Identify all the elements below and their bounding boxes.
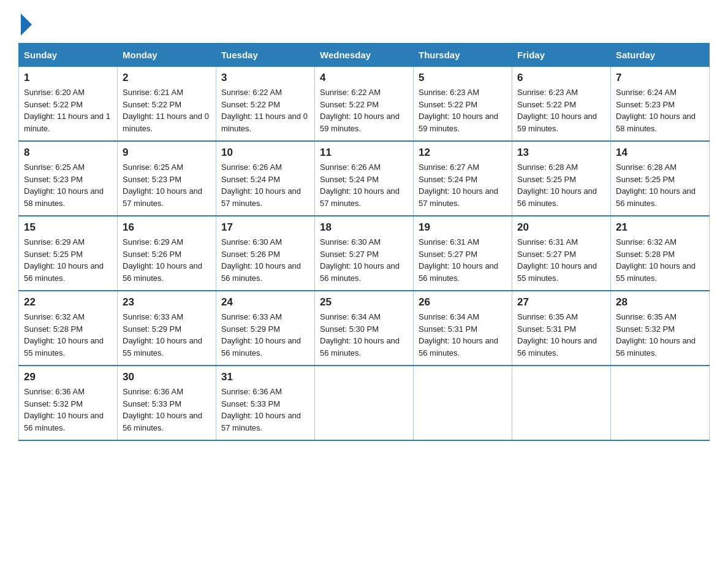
day-number: 18 (320, 221, 408, 234)
day-number: 2 (123, 72, 211, 84)
calendar-cell (414, 366, 512, 440)
day-info: Sunrise: 6:32 AMSunset: 5:28 PMDaylight:… (616, 236, 704, 284)
day-info: Sunrise: 6:33 AMSunset: 5:29 PMDaylight:… (221, 311, 309, 359)
calendar-cell: 5Sunrise: 6:23 AMSunset: 5:22 PMDaylight… (414, 67, 512, 142)
header-friday: Friday (512, 44, 611, 67)
calendar-cell: 6Sunrise: 6:23 AMSunset: 5:22 PMDaylight… (512, 67, 611, 142)
header-sunday: Sunday (19, 44, 118, 67)
day-info: Sunrise: 6:24 AMSunset: 5:23 PMDaylight:… (616, 86, 704, 134)
day-number: 28 (616, 296, 704, 308)
day-number: 23 (123, 296, 211, 308)
calendar-cell: 16Sunrise: 6:29 AMSunset: 5:26 PMDayligh… (118, 216, 216, 291)
calendar-table: SundayMondayTuesdayWednesdayThursdayFrid… (18, 43, 710, 441)
day-info: Sunrise: 6:29 AMSunset: 5:25 PMDaylight:… (24, 236, 112, 284)
logo-triangle-icon (21, 13, 32, 36)
day-info: Sunrise: 6:20 AMSunset: 5:22 PMDaylight:… (24, 86, 112, 134)
day-info: Sunrise: 6:28 AMSunset: 5:25 PMDaylight:… (616, 161, 704, 209)
calendar-cell: 2Sunrise: 6:21 AMSunset: 5:22 PMDaylight… (118, 67, 216, 142)
day-number: 17 (221, 221, 309, 234)
day-info: Sunrise: 6:34 AMSunset: 5:30 PMDaylight:… (320, 311, 408, 359)
day-number: 25 (320, 296, 408, 308)
day-info: Sunrise: 6:26 AMSunset: 5:24 PMDaylight:… (320, 161, 408, 209)
calendar-cell: 21Sunrise: 6:32 AMSunset: 5:28 PMDayligh… (611, 216, 710, 291)
calendar-cell: 14Sunrise: 6:28 AMSunset: 5:25 PMDayligh… (611, 141, 710, 216)
calendar-week-row: 8Sunrise: 6:25 AMSunset: 5:23 PMDaylight… (19, 141, 710, 216)
day-number: 4 (320, 72, 408, 84)
calendar-cell: 31Sunrise: 6:36 AMSunset: 5:33 PMDayligh… (216, 366, 315, 440)
day-info: Sunrise: 6:29 AMSunset: 5:26 PMDaylight:… (123, 236, 211, 284)
calendar-cell: 24Sunrise: 6:33 AMSunset: 5:29 PMDayligh… (216, 291, 315, 366)
calendar-cell: 7Sunrise: 6:24 AMSunset: 5:23 PMDaylight… (611, 67, 710, 142)
calendar-cell: 3Sunrise: 6:22 AMSunset: 5:22 PMDaylight… (216, 67, 315, 142)
day-info: Sunrise: 6:36 AMSunset: 5:33 PMDaylight:… (123, 386, 211, 434)
day-info: Sunrise: 6:28 AMSunset: 5:25 PMDaylight:… (517, 161, 605, 209)
calendar-week-row: 15Sunrise: 6:29 AMSunset: 5:25 PMDayligh… (19, 216, 710, 291)
calendar-cell: 22Sunrise: 6:32 AMSunset: 5:28 PMDayligh… (19, 291, 118, 366)
calendar-cell: 30Sunrise: 6:36 AMSunset: 5:33 PMDayligh… (118, 366, 216, 440)
day-number: 30 (123, 371, 211, 383)
day-number: 22 (24, 296, 112, 308)
calendar-cell: 15Sunrise: 6:29 AMSunset: 5:25 PMDayligh… (19, 216, 118, 291)
day-number: 5 (419, 72, 507, 84)
calendar-cell: 12Sunrise: 6:27 AMSunset: 5:24 PMDayligh… (414, 141, 512, 216)
calendar-cell: 4Sunrise: 6:22 AMSunset: 5:22 PMDaylight… (315, 67, 414, 142)
header-wednesday: Wednesday (315, 44, 414, 67)
calendar-cell: 8Sunrise: 6:25 AMSunset: 5:23 PMDaylight… (19, 141, 118, 216)
day-info: Sunrise: 6:23 AMSunset: 5:22 PMDaylight:… (517, 86, 605, 134)
calendar-cell: 10Sunrise: 6:26 AMSunset: 5:24 PMDayligh… (216, 141, 315, 216)
day-info: Sunrise: 6:26 AMSunset: 5:24 PMDaylight:… (221, 161, 309, 209)
day-info: Sunrise: 6:25 AMSunset: 5:23 PMDaylight:… (123, 161, 211, 209)
day-info: Sunrise: 6:32 AMSunset: 5:28 PMDaylight:… (24, 311, 112, 359)
calendar-cell: 29Sunrise: 6:36 AMSunset: 5:32 PMDayligh… (19, 366, 118, 440)
day-info: Sunrise: 6:36 AMSunset: 5:32 PMDaylight:… (24, 386, 112, 434)
day-info: Sunrise: 6:27 AMSunset: 5:24 PMDaylight:… (419, 161, 507, 209)
calendar-cell: 9Sunrise: 6:25 AMSunset: 5:23 PMDaylight… (118, 141, 216, 216)
day-info: Sunrise: 6:30 AMSunset: 5:27 PMDaylight:… (320, 236, 408, 284)
calendar-cell: 28Sunrise: 6:35 AMSunset: 5:32 PMDayligh… (611, 291, 710, 366)
day-info: Sunrise: 6:33 AMSunset: 5:29 PMDaylight:… (123, 311, 211, 359)
day-info: Sunrise: 6:35 AMSunset: 5:32 PMDaylight:… (616, 311, 704, 359)
day-number: 15 (24, 221, 112, 234)
day-number: 27 (517, 296, 605, 308)
calendar-cell: 18Sunrise: 6:30 AMSunset: 5:27 PMDayligh… (315, 216, 414, 291)
day-number: 16 (123, 221, 211, 234)
calendar-cell: 11Sunrise: 6:26 AMSunset: 5:24 PMDayligh… (315, 141, 414, 216)
day-number: 13 (517, 147, 605, 159)
page-header (18, 12, 710, 31)
day-number: 29 (24, 371, 112, 383)
day-info: Sunrise: 6:22 AMSunset: 5:22 PMDaylight:… (320, 86, 408, 134)
calendar-cell: 27Sunrise: 6:35 AMSunset: 5:31 PMDayligh… (512, 291, 611, 366)
header-thursday: Thursday (414, 44, 512, 67)
day-number: 20 (517, 221, 605, 234)
day-number: 24 (221, 296, 309, 308)
day-number: 21 (616, 221, 704, 234)
day-info: Sunrise: 6:34 AMSunset: 5:31 PMDaylight:… (419, 311, 507, 359)
header-tuesday: Tuesday (216, 44, 315, 67)
calendar-cell: 26Sunrise: 6:34 AMSunset: 5:31 PMDayligh… (414, 291, 512, 366)
calendar-week-row: 1Sunrise: 6:20 AMSunset: 5:22 PMDaylight… (19, 67, 710, 142)
day-info: Sunrise: 6:25 AMSunset: 5:23 PMDaylight:… (24, 161, 112, 209)
calendar-cell: 13Sunrise: 6:28 AMSunset: 5:25 PMDayligh… (512, 141, 611, 216)
calendar-cell: 19Sunrise: 6:31 AMSunset: 5:27 PMDayligh… (414, 216, 512, 291)
calendar-week-row: 22Sunrise: 6:32 AMSunset: 5:28 PMDayligh… (19, 291, 710, 366)
day-info: Sunrise: 6:30 AMSunset: 5:26 PMDaylight:… (221, 236, 309, 284)
day-number: 7 (616, 72, 704, 84)
day-number: 26 (419, 296, 507, 308)
day-info: Sunrise: 6:21 AMSunset: 5:22 PMDaylight:… (123, 86, 211, 134)
header-monday: Monday (118, 44, 216, 67)
day-number: 9 (123, 147, 211, 159)
day-number: 14 (616, 147, 704, 159)
calendar-cell: 23Sunrise: 6:33 AMSunset: 5:29 PMDayligh… (118, 291, 216, 366)
day-number: 12 (419, 147, 507, 159)
calendar-cell (512, 366, 611, 440)
day-number: 11 (320, 147, 408, 159)
day-number: 8 (24, 147, 112, 159)
calendar-cell: 20Sunrise: 6:31 AMSunset: 5:27 PMDayligh… (512, 216, 611, 291)
day-number: 3 (221, 72, 309, 84)
calendar-cell (315, 366, 414, 440)
day-info: Sunrise: 6:22 AMSunset: 5:22 PMDaylight:… (221, 86, 309, 134)
day-number: 31 (221, 371, 309, 383)
day-info: Sunrise: 6:36 AMSunset: 5:33 PMDaylight:… (221, 386, 309, 434)
day-number: 6 (517, 72, 605, 84)
day-number: 19 (419, 221, 507, 234)
